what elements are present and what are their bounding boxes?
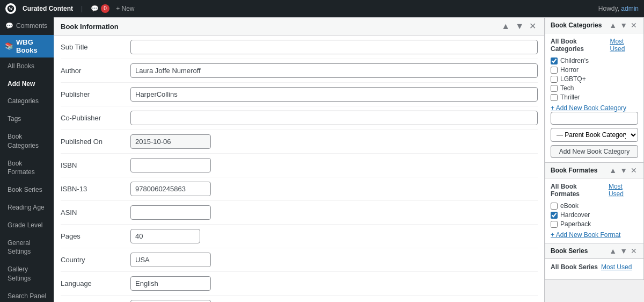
dimension-input[interactable] bbox=[130, 300, 211, 302]
country-input[interactable] bbox=[130, 253, 211, 267]
isbn13-input[interactable] bbox=[130, 182, 211, 196]
author-input[interactable] bbox=[130, 63, 538, 78]
sidebar-item-book-series[interactable]: Book Series bbox=[0, 181, 54, 199]
book-formates-close-btn[interactable]: ✕ bbox=[630, 166, 638, 175]
sub-title-input[interactable] bbox=[130, 40, 538, 54]
co-publisher-label: Co-Publisher bbox=[61, 114, 130, 122]
comments-icon: 💬 bbox=[5, 22, 13, 30]
book-formates-down-btn[interactable]: ▼ bbox=[619, 166, 628, 175]
wp-logo[interactable]: W bbox=[5, 3, 16, 14]
book-categories-close-btn[interactable]: ✕ bbox=[630, 21, 638, 30]
isbn-input-wrap bbox=[130, 158, 538, 172]
paperback-label: Paperback bbox=[560, 220, 591, 228]
panel-collapse-down-btn[interactable]: ▼ bbox=[514, 22, 525, 31]
sidebar-item-reading-age[interactable]: Reading Age bbox=[0, 199, 54, 217]
thriller-checkbox[interactable] bbox=[551, 94, 558, 101]
book-info-panel: Book Information ▲ ▼ ✕ Sub Title bbox=[54, 17, 545, 302]
book-formates-tabs: All Book Formates Most Used bbox=[551, 183, 638, 198]
site-name[interactable]: Curated Content bbox=[23, 5, 73, 12]
children-checkbox[interactable] bbox=[551, 57, 558, 64]
tab-most-used-series[interactable]: Most Used bbox=[601, 263, 632, 271]
language-label: Language bbox=[61, 279, 130, 287]
tab-all-book-categories[interactable]: All Book Categories bbox=[551, 38, 606, 53]
category-search-input[interactable] bbox=[551, 112, 638, 125]
admin-username[interactable]: admin bbox=[621, 5, 639, 12]
sidebar-item-book-formates[interactable]: Book Formates bbox=[0, 155, 54, 182]
sidebar-item-all-books[interactable]: All Books bbox=[0, 57, 54, 75]
pages-input-wrap bbox=[130, 229, 538, 243]
book-categories-body: All Book Categories Most Used Children's… bbox=[545, 33, 643, 162]
sub-title-label: Sub Title bbox=[61, 43, 130, 51]
field-publisher: Publisher bbox=[61, 83, 538, 106]
category-lgbtq: LGBTQ+ bbox=[551, 75, 638, 83]
language-input[interactable] bbox=[130, 276, 211, 291]
panel-collapse-up-btn[interactable]: ▲ bbox=[500, 22, 511, 31]
field-language: Language bbox=[61, 272, 538, 296]
hardcover-checkbox[interactable] bbox=[551, 212, 558, 219]
category-thriller: Thriller bbox=[551, 94, 638, 101]
category-horror: Horror bbox=[551, 66, 638, 74]
lgbtq-checkbox[interactable] bbox=[551, 76, 558, 83]
dimension-input-wrap bbox=[130, 300, 538, 302]
add-new-book-category-link[interactable]: + Add New Book Category bbox=[551, 104, 638, 112]
comment-icon: 💬 bbox=[91, 5, 99, 12]
book-series-down-btn[interactable]: ▼ bbox=[619, 247, 628, 255]
book-series-body: All Book Series Most Used bbox=[545, 259, 643, 279]
hardcover-label: Hardcover bbox=[560, 211, 590, 219]
publisher-input[interactable] bbox=[130, 87, 538, 102]
book-formates-panel: Book Formates ▲ ▼ ✕ All Book Formates Mo… bbox=[545, 163, 644, 243]
asin-input-wrap bbox=[130, 205, 538, 220]
pages-input[interactable] bbox=[130, 229, 200, 243]
paperback-checkbox[interactable] bbox=[551, 221, 558, 228]
published-on-input-wrap bbox=[130, 134, 538, 149]
pages-label: Pages bbox=[61, 232, 130, 240]
book-series-close-btn[interactable]: ✕ bbox=[630, 247, 638, 255]
add-new-book-format-link[interactable]: + Add New Book Format bbox=[551, 231, 638, 239]
field-published-on: Published On bbox=[61, 130, 538, 154]
book-formates-controls: ▲ ▼ ✕ bbox=[608, 166, 638, 175]
sidebar-item-add-new[interactable]: Add New bbox=[0, 75, 54, 93]
book-categories-down-btn[interactable]: ▼ bbox=[619, 21, 628, 30]
isbn-input[interactable] bbox=[130, 158, 211, 172]
sidebar-item-book-categories[interactable]: Book Categories bbox=[0, 128, 54, 155]
tech-checkbox[interactable] bbox=[551, 85, 558, 92]
ebook-checkbox[interactable] bbox=[551, 203, 558, 210]
tab-most-used-formates[interactable]: Most Used bbox=[609, 183, 638, 198]
sidebar-item-comments[interactable]: 💬 Comments bbox=[0, 17, 54, 35]
book-series-up-btn[interactable]: ▲ bbox=[608, 247, 618, 255]
book-formates-up-btn[interactable]: ▲ bbox=[608, 166, 618, 175]
book-series-header: Book Series ▲ ▼ ✕ bbox=[545, 243, 643, 259]
sidebar-item-search-panel-settings[interactable]: Search Panel Settings bbox=[0, 287, 54, 302]
children-label: Children's bbox=[560, 57, 589, 64]
asin-label: ASIN bbox=[61, 208, 130, 217]
sidebar-wbg-books[interactable]: 📚 WBG Books bbox=[0, 35, 54, 57]
parent-category-select[interactable]: — Parent Book Category — bbox=[551, 128, 638, 142]
format-paperback: Paperback bbox=[551, 220, 638, 228]
sidebar-item-tags[interactable]: Tags bbox=[0, 110, 54, 128]
sidebar-item-gallery-settings[interactable]: Gallery Settings bbox=[0, 261, 54, 287]
published-on-input[interactable] bbox=[130, 134, 211, 149]
sidebar-item-grade-level[interactable]: Grade Level bbox=[0, 217, 54, 234]
book-categories-up-btn[interactable]: ▲ bbox=[608, 21, 618, 30]
asin-input[interactable] bbox=[130, 205, 211, 220]
tab-all-book-series[interactable]: All Book Series bbox=[551, 263, 598, 271]
sidebar-item-general-settings[interactable]: General Settings bbox=[0, 234, 54, 261]
tab-all-book-formates[interactable]: All Book Formates bbox=[551, 183, 605, 198]
add-new-book-category-btn[interactable]: Add New Book Category bbox=[551, 145, 638, 158]
comments-notif[interactable]: 💬 0 bbox=[91, 4, 109, 13]
co-publisher-input[interactable] bbox=[130, 111, 538, 125]
field-isbn13: ISBN-13 bbox=[61, 177, 538, 201]
form-body: Sub Title Author Publisher bbox=[54, 35, 544, 302]
lgbtq-label: LGBTQ+ bbox=[560, 75, 586, 83]
tab-most-used-categories[interactable]: Most Used bbox=[610, 38, 638, 53]
isbn13-label: ISBN-13 bbox=[61, 185, 130, 193]
horror-checkbox[interactable] bbox=[551, 67, 558, 74]
panel-close-btn[interactable]: ✕ bbox=[528, 22, 538, 31]
new-item-button[interactable]: + New bbox=[116, 5, 134, 12]
book-series-tabs: All Book Series Most Used bbox=[551, 263, 638, 271]
sidebar-item-categories[interactable]: Categories bbox=[0, 92, 54, 110]
isbn-label: ISBN bbox=[61, 161, 130, 169]
published-on-label: Published On bbox=[61, 138, 130, 146]
tech-label: Tech bbox=[560, 84, 574, 92]
horror-label: Horror bbox=[560, 66, 579, 74]
